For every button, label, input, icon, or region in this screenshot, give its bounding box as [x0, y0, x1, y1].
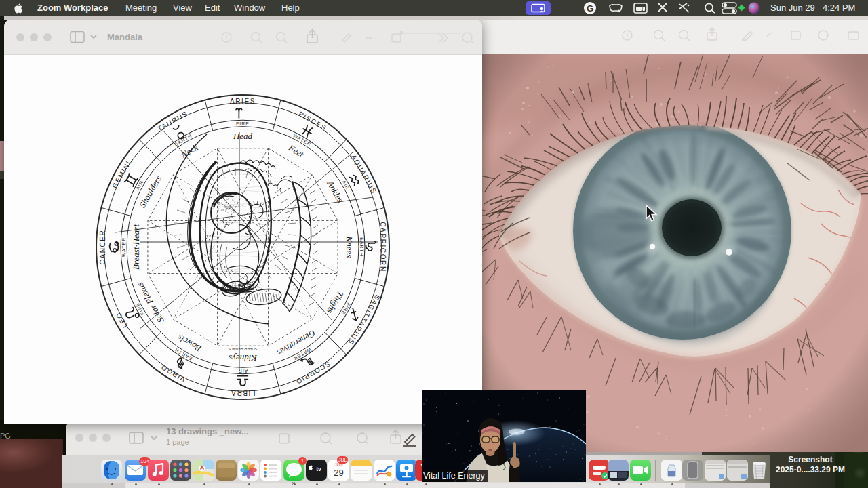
svg-text:CAPRICORN: CAPRICORN [379, 222, 387, 272]
svg-text:FIRE: FIRE [236, 121, 250, 126]
svg-text:SAGITTARIUS: SAGITTARIUS [347, 293, 381, 346]
svg-text:Kidneys: Kidneys [229, 353, 258, 363]
svg-text:ARIES: ARIES [230, 98, 256, 105]
svg-text:LIBRA: LIBRA [231, 389, 256, 396]
svg-text:Head: Head [233, 131, 253, 141]
svg-text:EARTH: EARTH [359, 237, 364, 257]
svg-text:Knees: Knees [344, 236, 355, 258]
svg-text:AQUARIUS: AQUARIUS [350, 153, 378, 195]
svg-text:G: G [587, 3, 593, 14]
svg-text:Shoulders: Shoulders [137, 174, 163, 209]
svg-text:Feet: Feet [286, 142, 306, 159]
svg-text:SUPER RENALS: SUPER RENALS [228, 347, 257, 351]
svg-text:CANCER: CANCER [99, 230, 106, 265]
svg-text:Breast·Heart: Breast·Heart [131, 224, 141, 270]
svg-text:WATER: WATER [121, 237, 126, 258]
svg-text:tv: tv [316, 466, 321, 472]
svg-text:29: 29 [334, 468, 343, 478]
svg-text:Solar Plexus: Solar Plexus [135, 281, 166, 325]
